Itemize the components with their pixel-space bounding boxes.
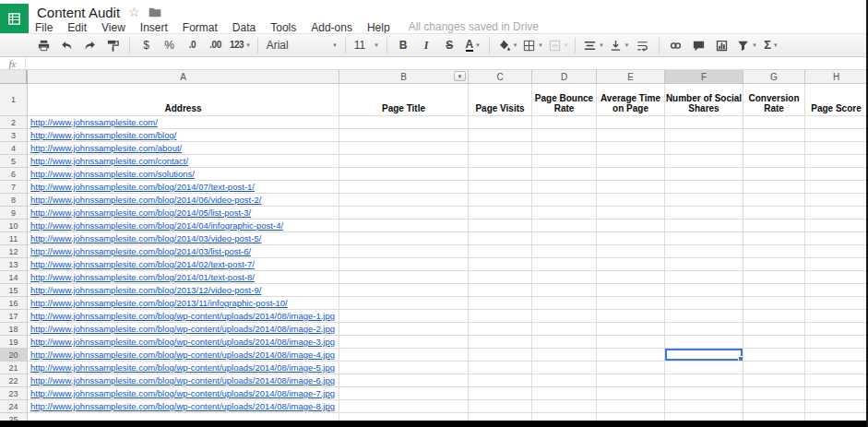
cell-D14[interactable]	[532, 271, 597, 284]
increase-decimal-button[interactable]: .00	[204, 36, 227, 54]
cell-E25[interactable]	[597, 413, 665, 421]
row-header-13[interactable]: 13	[0, 258, 28, 271]
cell-B11[interactable]	[339, 232, 469, 245]
column-header-G[interactable]: G	[743, 70, 805, 84]
cell-B19[interactable]	[339, 336, 469, 349]
url-link[interactable]: http://www.johnssamplesite.com/blog/wp-c…	[28, 375, 335, 385]
url-link[interactable]: http://www.johnssamplesite.com/blog/2014…	[28, 182, 255, 192]
cell-D5[interactable]	[532, 155, 597, 168]
cell-A19[interactable]: http://www.johnssamplesite.com/blog/wp-c…	[28, 336, 339, 349]
cell-F7[interactable]	[665, 181, 743, 194]
row-header-14[interactable]: 14	[0, 271, 28, 284]
url-link[interactable]: http://www.johnssamplesite.com/blog/2014…	[28, 220, 283, 231]
cell-D7[interactable]	[532, 181, 597, 194]
cell-C14[interactable]	[469, 271, 532, 284]
row-header-6[interactable]: 6	[0, 168, 28, 181]
cell-H23[interactable]	[805, 387, 868, 400]
cell-F22[interactable]	[665, 374, 743, 387]
row-header-23[interactable]: 23	[0, 387, 28, 400]
cell-B24[interactable]	[339, 400, 469, 413]
url-link[interactable]: http://www.johnssamplesite.com/contact/	[28, 156, 188, 166]
document-title[interactable]: Content Audit	[37, 5, 120, 20]
cell-B17[interactable]	[339, 310, 469, 323]
cell-G21[interactable]	[743, 362, 805, 374]
cell-F3[interactable]	[665, 129, 743, 142]
cell-H1[interactable]: Page Score	[805, 84, 868, 116]
cell-F13[interactable]	[665, 258, 743, 271]
row-header-9[interactable]: 9	[0, 207, 28, 219]
cell-A23[interactable]: http://www.johnssamplesite.com/blog/wp-c…	[28, 387, 339, 400]
formula-input[interactable]	[26, 57, 868, 69]
row-header-19[interactable]: 19	[0, 336, 28, 349]
cell-C15[interactable]	[469, 284, 532, 297]
cell-A16[interactable]: http://www.johnssamplesite.com/blog/2013…	[28, 297, 339, 310]
cell-E5[interactable]	[597, 155, 665, 168]
cell-H4[interactable]	[805, 142, 868, 155]
cell-E4[interactable]	[597, 142, 665, 155]
url-link[interactable]: http://www.johnssamplesite.com/blog/wp-c…	[28, 362, 335, 373]
row-header-25[interactable]: 25	[0, 413, 28, 421]
insert-link-button[interactable]	[664, 36, 687, 54]
cell-E19[interactable]	[597, 336, 665, 349]
cell-C20[interactable]	[469, 349, 532, 362]
cell-B25[interactable]	[339, 413, 469, 421]
cell-G23[interactable]	[743, 387, 805, 400]
cell-C13[interactable]	[469, 258, 532, 271]
cell-G3[interactable]	[743, 129, 805, 142]
cell-B1[interactable]: Page Title	[339, 84, 469, 116]
cell-A2[interactable]: http://www.johnssamplesite.com/	[28, 116, 339, 129]
row-header-15[interactable]: 15	[0, 284, 28, 297]
cell-A8[interactable]: http://www.johnssamplesite.com/blog/2014…	[28, 194, 339, 207]
cell-F9[interactable]	[665, 207, 743, 219]
cell-D2[interactable]	[532, 116, 597, 129]
cell-F21[interactable]	[665, 362, 743, 374]
cell-H19[interactable]	[805, 336, 868, 349]
cell-E1[interactable]: Average Time on Page	[597, 84, 665, 116]
cell-A3[interactable]: http://www.johnssamplesite.com/blog/	[28, 129, 339, 142]
cell-F10[interactable]	[665, 219, 743, 232]
cell-A5[interactable]: http://www.johnssamplesite.com/contact/	[28, 155, 339, 168]
cell-D10[interactable]	[532, 219, 597, 232]
cell-C10[interactable]	[469, 219, 532, 232]
cell-D21[interactable]	[532, 362, 597, 374]
row-header-3[interactable]: 3	[0, 129, 28, 142]
row-header-16[interactable]: 16	[0, 297, 28, 310]
cell-B15[interactable]	[339, 284, 469, 297]
cell-G2[interactable]	[743, 116, 805, 129]
cell-E11[interactable]	[597, 232, 665, 245]
cell-D20[interactable]	[532, 349, 597, 362]
cell-C6[interactable]	[469, 168, 532, 181]
cell-C17[interactable]	[469, 310, 532, 323]
cell-A15[interactable]: http://www.johnssamplesite.com/blog/2013…	[28, 284, 339, 297]
cell-D18[interactable]	[532, 323, 597, 336]
cell-E21[interactable]	[597, 362, 665, 374]
cell-F8[interactable]	[665, 194, 743, 207]
row-header-11[interactable]: 11	[0, 232, 28, 245]
url-link[interactable]: http://www.johnssamplesite.com/about/	[28, 143, 182, 153]
menu-data[interactable]: Data	[225, 21, 263, 34]
cell-H24[interactable]	[805, 400, 868, 413]
row-header-7[interactable]: 7	[0, 181, 28, 194]
url-link[interactable]: http://www.johnssamplesite.com/blog/wp-c…	[28, 388, 335, 398]
cell-H3[interactable]	[805, 129, 868, 142]
cell-H17[interactable]	[805, 310, 868, 323]
cell-E24[interactable]	[597, 400, 665, 413]
cell-H9[interactable]	[805, 207, 868, 219]
move-to-folder-icon[interactable]	[149, 6, 161, 18]
cell-D19[interactable]	[532, 336, 597, 349]
cell-E9[interactable]	[597, 207, 665, 219]
font-family-button[interactable]: Arial▾	[263, 36, 340, 54]
cell-D16[interactable]	[532, 297, 597, 310]
cell-H22[interactable]	[805, 374, 868, 387]
column-header-C[interactable]: C	[469, 70, 532, 84]
cell-H21[interactable]	[805, 362, 868, 374]
cell-D3[interactable]	[532, 129, 597, 142]
cell-E22[interactable]	[597, 374, 665, 387]
cell-A24[interactable]: http://www.johnssamplesite.com/blog/wp-c…	[28, 400, 339, 413]
cell-F11[interactable]	[665, 232, 743, 245]
cell-A7[interactable]: http://www.johnssamplesite.com/blog/2014…	[28, 181, 339, 194]
cell-F1[interactable]: Number of Social Shares	[665, 84, 743, 116]
star-icon[interactable]: ☆	[128, 6, 140, 18]
url-link[interactable]: http://www.johnssamplesite.com/blog/	[28, 130, 176, 140]
cell-F16[interactable]	[665, 297, 743, 310]
